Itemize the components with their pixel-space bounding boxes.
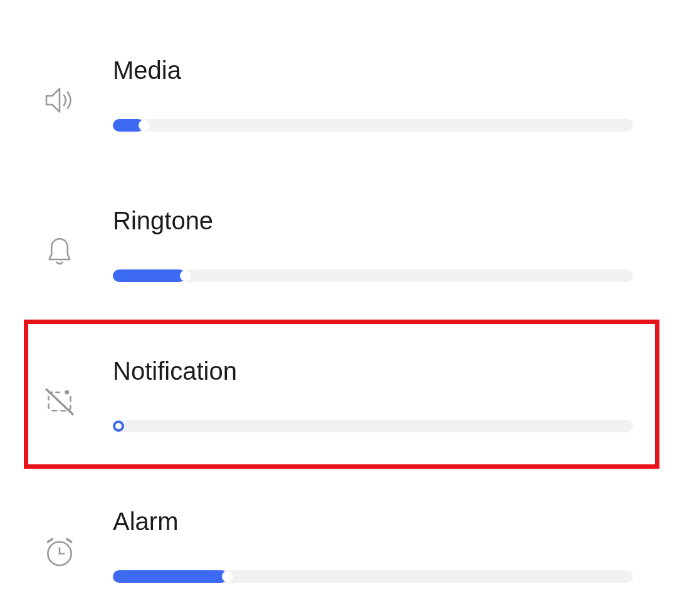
alarm-label: Alarm [113, 508, 639, 536]
volume-settings-panel: Media Ringtone [0, 0, 677, 583]
media-label: Media [113, 56, 639, 85]
slider-track [113, 119, 633, 132]
notification-slider[interactable] [113, 420, 633, 432]
notification-label: Notification [113, 357, 639, 385]
volume-row-alarm: Alarm [0, 508, 677, 583]
slider-fill [113, 269, 186, 282]
alarm-clock-icon [38, 533, 81, 570]
slider-thumb[interactable] [222, 571, 233, 582]
alarm-slider[interactable] [113, 570, 633, 583]
svg-point-1 [65, 390, 69, 395]
ringtone-label: Ringtone [113, 207, 639, 235]
volume-row-notification: Notification [0, 357, 677, 432]
ringtone-slider[interactable] [113, 269, 633, 282]
media-slider[interactable] [113, 119, 633, 132]
slider-track [113, 420, 633, 432]
slider-fill [113, 570, 228, 583]
volume-row-ringtone: Ringtone [0, 207, 677, 282]
notification-off-icon [38, 382, 81, 420]
volume-row-media: Media [0, 56, 677, 132]
slider-thumb[interactable] [180, 270, 191, 281]
bell-icon [38, 232, 81, 269]
slider-thumb[interactable] [113, 420, 124, 432]
speaker-icon [38, 81, 81, 119]
slider-thumb[interactable] [139, 120, 150, 131]
